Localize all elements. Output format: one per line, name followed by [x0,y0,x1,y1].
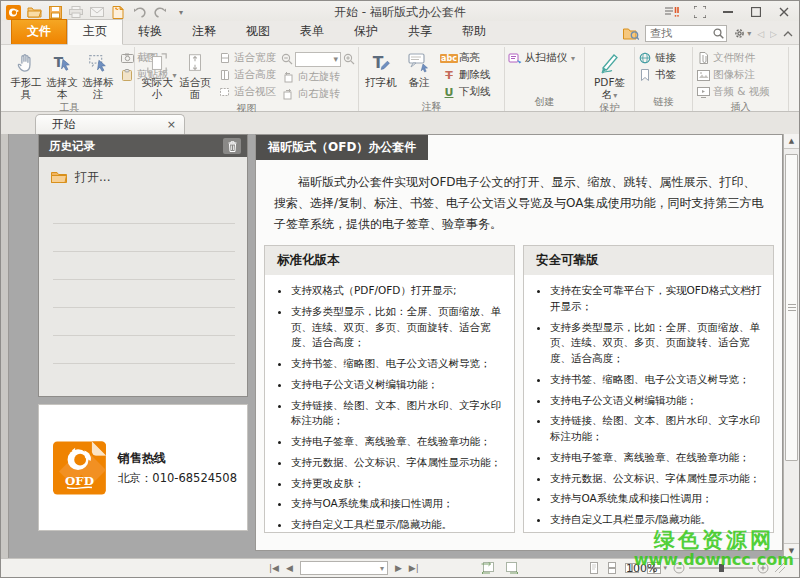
feature-item: 支持电子签章、离线验章、在线验章功能； [550,450,763,466]
zoom-percent-dropdown-icon[interactable]: ▾ [663,564,667,572]
vertical-scrollbar[interactable]: ▲ ▼ [783,134,799,558]
tab-home[interactable]: 主页 [67,19,123,45]
app-logo-icon[interactable] [5,5,21,19]
document-tab-start[interactable]: 开始 × [35,114,185,134]
fit-height-button[interactable]: 适合高度 [217,68,279,82]
rotate-right-button[interactable]: 向右旋转 [281,87,355,101]
strikeout-button[interactable]: T 删除线 [442,68,491,82]
qat-customize-dropdown-icon[interactable]: ▾ [173,5,189,19]
window-resize-grip[interactable] [775,563,785,573]
zoom-slider-thumb[interactable] [719,564,724,572]
previous-view-icon[interactable] [481,562,496,574]
tab-convert[interactable]: 转换 [123,20,177,44]
hand-tool-button[interactable]: 手形工具 [8,48,44,100]
clear-history-trash-icon[interactable] [223,138,241,154]
search-input-box[interactable] [645,25,727,42]
email-icon[interactable] [89,5,105,19]
ribbon-group-comment: T 打字机 备注 abc 高亮 T [359,47,505,111]
tab-file[interactable]: 文件 [11,19,67,44]
highlight-button[interactable]: abc 高亮 [442,51,491,65]
tab-comment[interactable]: 注释 [177,20,231,44]
history-panel-title: 历史记录 [49,139,95,154]
underline-button[interactable]: U 下划线 [442,85,491,99]
feature-item: 支持多类型显示，比如：全屏、页面缩放、单页、连续、双页、多页、页面旋转、适合宽度… [291,304,504,351]
settings-gear-icon[interactable]: ▾ [733,27,751,40]
page-number-combobox[interactable]: ▾ [300,561,388,575]
open-file-icon[interactable] [26,5,42,19]
from-scanner-button[interactable]: 从扫描仪 ▾ [508,51,575,65]
zoom-percentage[interactable]: 100% [626,562,657,575]
rotate-left-button[interactable]: 向左旋转 [281,70,355,84]
note-button[interactable]: 备注 [400,48,438,88]
collapsed-nav-strip[interactable] [1,134,9,558]
close-button[interactable] [775,5,793,19]
next-page-button[interactable]: ▶ [395,563,402,573]
select-text-button[interactable]: T 选择文本 [44,48,80,100]
zoom-out-icon[interactable] [281,53,293,65]
feedback-icon[interactable] [663,5,681,19]
feature-item: 支持元数据、公文标识、字体属性显示功能； [550,471,763,487]
continuous-layout-icon[interactable] [607,562,617,574]
settings-dropdown-icon: ▾ [747,29,751,38]
scanner-dropdown-icon: ▾ [571,54,575,63]
typewriter-icon: T [370,50,392,76]
file-attachment-button[interactable]: 文件附件 [696,51,770,65]
fullscreen-icon[interactable] [691,5,709,19]
quick-access-toolbar: ▾ [5,5,189,19]
zoom-in-icon[interactable] [343,53,355,65]
feature-item: 支持在安全可靠平台下，实现OFD格式文档打开显示； [550,283,763,315]
search-input[interactable] [650,27,713,40]
next-view-icon[interactable] [504,562,519,574]
tab-help[interactable]: 帮助 [447,20,501,44]
tab-form[interactable]: 表单 [285,20,339,44]
fit-page-button[interactable]: 适合页面 [176,48,214,100]
page-dropdown-icon: ▾ [380,564,384,573]
actual-size-icon [146,50,168,76]
tab-protect[interactable]: 保护 [339,20,393,44]
fit-width-button[interactable]: 适合宽度 [217,51,279,65]
image-annotation-button[interactable]: 图像标注 [696,68,770,82]
ribbon-tab-bar: 文件 主页 转换 注释 视图 表单 保护 共享 帮助 ▾ ◁ ▷ [1,21,799,44]
tab-share[interactable]: 共享 [393,20,447,44]
document-tab-close-icon[interactable]: × [167,118,176,131]
history-panel: 历史记录 打开... [38,134,248,397]
ribbon-group-view: 实际大小 适合页面 适合宽度 适合高度 [135,47,359,111]
single-page-layout-icon[interactable] [589,562,599,574]
pdf-sign-dropdown-icon: ▾ [613,91,617,100]
zoom-level-combobox[interactable]: ▾ [295,52,341,67]
scrollbar-track[interactable] [784,149,799,543]
select-annotation-button[interactable]: 选择标注 [80,48,116,100]
redo-icon[interactable] [152,5,168,19]
scroll-up-arrow[interactable]: ▲ [784,134,799,149]
search-next-icon[interactable]: ▷ [770,29,777,39]
audio-video-button[interactable]: 音频 & 视频 [696,85,770,99]
fit-visible-button[interactable]: 适合视区 [217,85,279,99]
undo-icon[interactable] [131,5,147,19]
typewriter-button[interactable]: T 打字机 [362,48,400,88]
search-prev-icon[interactable]: ◁ [757,29,764,39]
feature-item: 支持自定义工具栏显示/隐藏功能。 [291,517,504,533]
open-folder-icon [51,171,68,184]
last-page-button[interactable]: ▶| [409,563,419,573]
link-button[interactable]: 链接 [638,51,676,65]
maximize-button[interactable] [747,5,765,19]
scrollbar-thumb[interactable] [785,154,798,461]
print-icon[interactable] [68,5,84,19]
history-open-item[interactable]: 打开... [51,169,237,196]
standard-edition-title: 标准化版本 [265,246,514,275]
zoom-slider[interactable] [673,562,769,574]
minimize-button[interactable] [719,5,737,19]
collapse-ribbon-icon[interactable] [783,31,793,37]
actual-size-button[interactable]: 实际大小 [138,48,176,100]
bookmark-button[interactable]: 书签 [638,68,676,82]
prev-page-button[interactable]: ◀ [286,563,293,573]
first-page-button[interactable]: |◀ [269,563,279,573]
search-folder-icon[interactable] [623,27,639,40]
new-document-icon[interactable] [110,5,126,19]
ofd-file-icon: OFD [53,430,106,506]
start-page-panel: 福昕版式（OFD）办公套件 福昕版式办公套件实现对OFD电子公文的打开、显示、缩… [255,134,783,551]
tab-view[interactable]: 视图 [231,20,285,44]
save-icon[interactable] [47,5,63,19]
pdf-sign-button[interactable]: PDF签名▾ [591,48,629,100]
scroll-down-arrow[interactable]: ▼ [784,543,799,558]
